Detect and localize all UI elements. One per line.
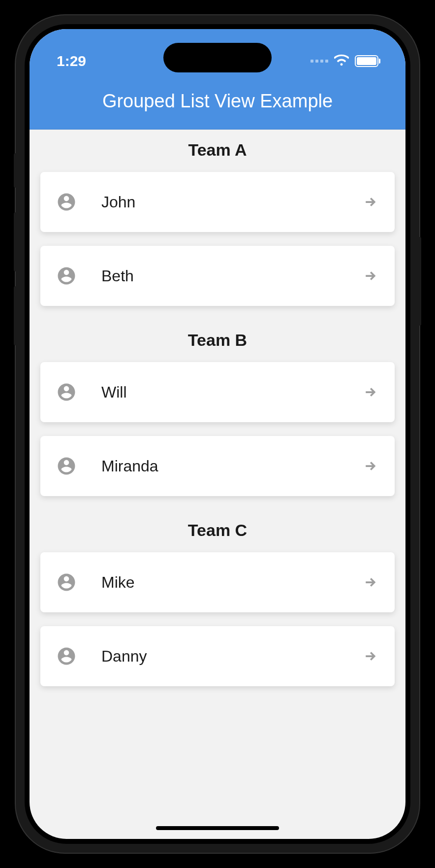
avatar-icon bbox=[56, 266, 77, 286]
list-item-name: Miranda bbox=[101, 457, 361, 475]
list-content[interactable]: Team AJohnBethTeam BWillMirandaTeam CMik… bbox=[30, 130, 405, 686]
device-notch bbox=[163, 43, 272, 72]
page-title: Grouped List View Example bbox=[30, 91, 405, 112]
group-header: Team C bbox=[30, 510, 405, 552]
chevron-right-icon bbox=[361, 383, 379, 401]
avatar-icon bbox=[56, 382, 77, 402]
list-item-name: Mike bbox=[101, 573, 361, 592]
list-item[interactable]: Miranda bbox=[40, 436, 395, 496]
device-volume-up bbox=[14, 212, 17, 271]
avatar-icon bbox=[56, 192, 77, 212]
screen: 1:29 Grouped List View Example Team AJoh bbox=[30, 29, 405, 839]
device-power-button bbox=[418, 237, 421, 326]
list-item[interactable]: Beth bbox=[40, 246, 395, 306]
list-item[interactable]: Mike bbox=[40, 552, 395, 612]
device-side-button bbox=[14, 153, 17, 188]
avatar-icon bbox=[56, 456, 77, 476]
wifi-icon bbox=[334, 54, 349, 68]
chevron-right-icon bbox=[361, 457, 379, 475]
list-item[interactable]: Will bbox=[40, 362, 395, 422]
list-item-name: Danny bbox=[101, 647, 361, 666]
home-indicator[interactable] bbox=[156, 826, 279, 830]
list-item-name: Will bbox=[101, 383, 361, 401]
chevron-right-icon bbox=[361, 193, 379, 211]
group-header: Team B bbox=[30, 320, 405, 362]
group-header: Team A bbox=[30, 130, 405, 172]
chevron-right-icon bbox=[361, 267, 379, 285]
cellular-dots-icon bbox=[311, 60, 328, 63]
status-icons bbox=[311, 54, 378, 68]
avatar-icon bbox=[56, 646, 77, 667]
chevron-right-icon bbox=[361, 647, 379, 665]
list-item-name: Beth bbox=[101, 267, 361, 285]
app-header: Grouped List View Example bbox=[30, 83, 405, 130]
battery-icon bbox=[355, 55, 378, 67]
list-item-name: John bbox=[101, 193, 361, 211]
avatar-icon bbox=[56, 572, 77, 593]
device-volume-down bbox=[14, 286, 17, 345]
status-time: 1:29 bbox=[57, 53, 86, 69]
list-item[interactable]: Danny bbox=[40, 626, 395, 686]
chevron-right-icon bbox=[361, 573, 379, 591]
device-inner: 1:29 Grouped List View Example Team AJoh bbox=[25, 24, 410, 844]
device-frame: 1:29 Grouped List View Example Team AJoh bbox=[16, 15, 419, 853]
list-item[interactable]: John bbox=[40, 172, 395, 232]
